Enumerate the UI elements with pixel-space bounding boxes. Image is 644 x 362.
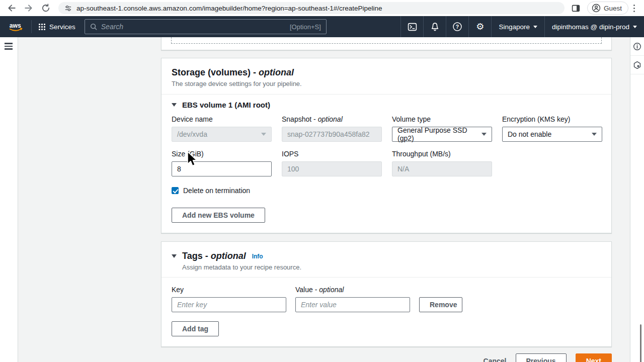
ebs-volume-header-label: EBS volume 1 (AMI root) [182,101,270,109]
tag-key-input[interactable] [172,297,286,312]
tag-value-field: Value -optional [295,286,410,312]
browser-menu-icon[interactable] [633,5,635,12]
settings-gear-icon[interactable]: ⚙︎ [468,16,491,37]
tags-section-title: Tags -optional [182,251,246,261]
account-menu[interactable]: dipinthomas @ dipin-prod [544,16,644,37]
url-text: ap-southeast-1.console.aws.amazon.com/im… [76,5,382,12]
expand-arrow-icon [172,103,177,107]
chevron-down-icon [633,26,637,28]
search-icon [90,23,97,30]
svg-text:?: ? [456,24,459,30]
svg-text:aws: aws [10,22,21,29]
chevron-down-icon [481,133,487,136]
storage-volumes-section: Storage (volumes) -optional The storage … [161,58,612,233]
global-search-input[interactable]: Search [Option+S] [85,19,327,34]
size-label: Size (GiB) [172,150,272,158]
resources-hexagon-icon[interactable] [630,56,644,74]
encryption-label: Encryption (KMS key) [502,115,602,123]
volume-type-field: Volume type General Purpose SSD (gp2) [392,115,492,142]
ebs-volume-expander[interactable]: EBS volume 1 (AMI root) [172,95,601,115]
previous-section-card-partial [161,37,612,50]
snapshot-field: Snapshot -optional snap-027737b90a458fa8… [282,115,382,142]
throughput-label: Throughput (MB/s) [392,150,492,158]
expand-arrow-icon[interactable] [172,254,177,258]
side-panel-icon[interactable] [572,4,580,13]
aws-logo[interactable]: aws [0,21,31,32]
storage-section-title: Storage (volumes) -optional [172,67,601,78]
iops-input: 100 [282,161,382,176]
tag-key-field: Key [172,286,286,312]
size-field: Size (GiB) [172,150,272,176]
size-input[interactable] [172,161,272,176]
address-bar[interactable]: ap-southeast-1.console.aws.amazon.com/im… [58,2,565,14]
chevron-down-icon [261,133,266,136]
throughput-input: N/A [392,161,492,176]
right-tools-rail [630,37,644,362]
tags-section: Tags -optional Info Assign metadata to y… [161,241,612,347]
throughput-field: Throughput (MB/s) N/A [392,150,492,176]
tag-key-label: Key [172,286,286,294]
main-content: Storage (volumes) -optional The storage … [19,37,629,362]
delete-on-termination-checkbox[interactable] [172,187,179,194]
snapshot-input: snap-027737b90a458fa82 [282,127,382,142]
add-tag-button[interactable]: Add tag [172,321,219,336]
cloudshell-icon[interactable] [400,16,423,37]
browser-profile-button[interactable]: Guest [587,2,628,15]
volume-type-label: Volume type [392,115,492,123]
wizard-footer-actions: Cancel Previous Next [161,353,612,362]
remove-tag-button[interactable]: Remove [419,297,462,312]
encryption-field: Encryption (KMS key) Do not enable [502,115,602,142]
device-name-select: /dev/xvda [172,127,272,142]
search-placeholder: Search [101,23,290,31]
tag-value-input[interactable] [295,297,410,312]
chevron-down-icon [592,133,597,136]
navbar-divider [31,20,32,33]
back-icon[interactable] [7,4,16,13]
tag-value-label: Value -optional [295,286,410,294]
site-settings-icon[interactable] [64,5,72,12]
help-icon[interactable]: ? [446,16,468,37]
notifications-bell-icon[interactable] [423,16,446,37]
page-scrollbar-thumb[interactable] [640,324,641,362]
region-selector[interactable]: Singapore [491,16,544,37]
chevron-down-icon [533,26,537,28]
aws-navbar: aws Services Search [Option+S] ? ⚙︎ Sing… [0,16,644,37]
info-panel-icon[interactable] [630,37,644,56]
profile-name: Guest [604,5,622,12]
delete-on-termination-label: Delete on termination [183,187,250,195]
cancel-button[interactable]: Cancel [484,353,507,362]
profile-avatar-icon [592,4,601,13]
iops-field: IOPS 100 [282,150,382,176]
services-menu[interactable]: Services [49,23,75,31]
tags-section-description: Assign metadata to your recipe resource. [182,263,601,271]
device-name-label: Device name [172,115,272,123]
services-grid-icon[interactable] [39,24,45,30]
left-nav-rail [0,37,18,362]
delete-on-termination-row: Delete on termination [172,187,601,195]
forward-icon[interactable] [24,4,33,13]
reload-icon[interactable] [41,4,50,13]
divider [162,277,611,278]
dashed-drop-zone [171,37,602,44]
region-label: Singapore [499,23,530,31]
device-name-field: Device name /dev/xvda [172,115,272,142]
add-ebs-volume-button[interactable]: Add new EBS volume [172,208,265,223]
previous-button[interactable]: Previous [516,353,567,362]
iops-label: IOPS [282,150,382,158]
browser-toolbar: ap-southeast-1.console.aws.amazon.com/im… [0,0,644,16]
search-shortcut: [Option+S] [290,23,321,31]
menu-icon[interactable] [5,43,18,50]
encryption-select[interactable]: Do not enable [502,127,602,142]
next-button[interactable]: Next [576,353,612,362]
snapshot-label: Snapshot -optional [282,115,382,123]
tags-info-link[interactable]: Info [252,253,263,260]
storage-section-description: The storage device settings for your pip… [172,80,601,87]
account-label: dipinthomas @ dipin-prod [552,23,629,31]
volume-type-select[interactable]: General Purpose SSD (gp2) [392,127,492,142]
